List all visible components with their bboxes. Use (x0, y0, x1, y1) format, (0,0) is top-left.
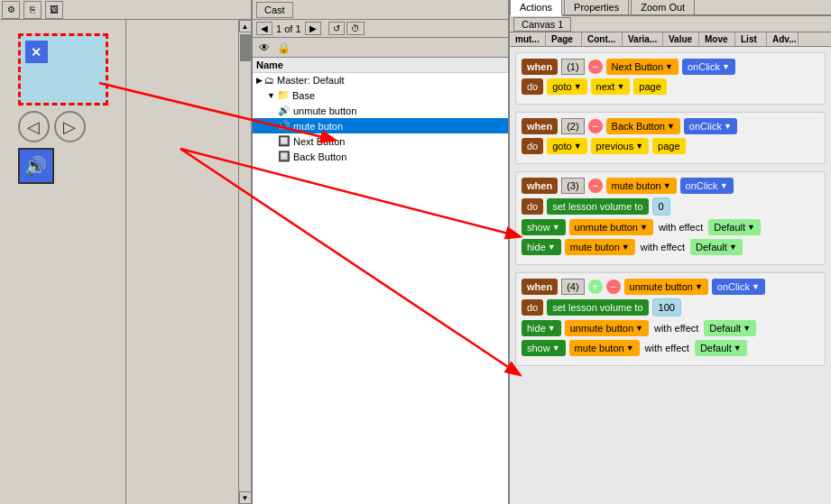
do-label-1: do (522, 78, 543, 95)
hide-button-4[interactable]: unmute button ▼ (565, 320, 649, 336)
left-toolbar: ⚙ ⎘ 🖼 (0, 0, 251, 20)
col-mut[interactable]: mut... (510, 32, 546, 46)
image-icon[interactable]: 🖼 (45, 1, 63, 19)
dropdown-arrow: ▼ (729, 243, 737, 252)
scroll-thumb[interactable] (240, 34, 251, 61)
dropdown-arrow: ▼ (752, 282, 760, 291)
dropdown-arrow: ▼ (574, 82, 582, 91)
minus-btn-1[interactable]: − (588, 60, 603, 74)
hide-btn-4[interactable]: hide ▼ (522, 320, 561, 336)
when-label-1: when (522, 59, 558, 75)
goto-btn-1[interactable]: goto ▼ (547, 78, 586, 95)
tab-actions[interactable]: Actions (510, 0, 562, 16)
block-row-do-4c: show ▼ mute buton ▼ with effect Default … (522, 340, 819, 356)
tree-item-base[interactable]: ▼ 📁 Base (253, 87, 508, 103)
block-row-do-2: do goto ▼ previous ▼ page (522, 138, 819, 154)
block-row-do-4b: hide ▼ unmute button ▼ with effect Defau… (522, 320, 819, 336)
block-num-2: (2) (561, 118, 584, 134)
block-num-1: (1) (561, 59, 584, 75)
dropdown-arrow: ▼ (548, 324, 556, 333)
effect-label-4a: Default (709, 323, 741, 334)
col-move[interactable]: Move (699, 32, 735, 46)
hide-btn-3[interactable]: hide ▼ (522, 239, 561, 255)
dropdown-arrow: ▼ (552, 344, 560, 353)
tree-item-mute[interactable]: 🔊 mute buton (253, 118, 508, 133)
col-cont[interactable]: Cont... (582, 32, 623, 46)
minus-btn-3[interactable]: − (588, 179, 603, 193)
trigger-btn-1[interactable]: Next Button ▼ (606, 59, 679, 75)
base-label: Base (292, 90, 315, 101)
effect-btn-4a[interactable]: Default ▼ (704, 320, 756, 336)
tab-zoom-out[interactable]: Zoom Out (631, 0, 695, 14)
volume-value-4[interactable]: 100 (652, 298, 681, 316)
back-button-label: Back Button (293, 151, 346, 162)
show-btn-3[interactable]: show ▼ (522, 219, 566, 235)
scroll-up-btn[interactable]: ▲ (239, 20, 252, 32)
dropdown-arrow: ▼ (616, 82, 624, 91)
minus-btn-2[interactable]: − (588, 119, 603, 133)
scrollbar-v[interactable]: ▲ ▼ (238, 20, 251, 504)
copy-icon[interactable]: ⎘ (23, 1, 42, 19)
direction-btn-2[interactable]: previous ▼ (591, 138, 650, 154)
scroll-down-btn[interactable]: ▼ (239, 491, 252, 504)
expand-arrow: ▶ (256, 76, 263, 85)
trigger-btn-4-label: unmute button (630, 281, 693, 292)
tab-properties[interactable]: Properties (564, 0, 629, 14)
event-btn-1[interactable]: onClick ▼ (682, 59, 735, 75)
show-button-3[interactable]: unmute button ▼ (569, 219, 653, 235)
page-label-1: page (633, 78, 666, 95)
gear-icon[interactable]: ⚙ (2, 1, 20, 19)
trigger-btn-2-label: Back Button (612, 121, 665, 132)
col-list[interactable]: List (735, 32, 767, 46)
event-btn-2[interactable]: onClick ▼ (684, 118, 737, 134)
effect-btn-4b[interactable]: Default ▼ (695, 340, 747, 356)
minus-btn-4[interactable]: − (606, 279, 621, 294)
name-column-header: Name (256, 60, 283, 70)
tree-item-unmute[interactable]: 🔊 unmute button (253, 103, 508, 118)
next-page-btn[interactable]: ▶ (305, 22, 321, 35)
event-btn-3[interactable]: onClick ▼ (680, 178, 734, 194)
eye-icon[interactable]: 👁 (256, 40, 272, 56)
dropdown-arrow: ▼ (640, 223, 648, 232)
effect-label-3b: Default (696, 242, 727, 252)
block-row-when-2: when (2) − Back Button ▼ onClick ▼ (522, 118, 819, 134)
tree-header: Name (253, 58, 508, 73)
tree-item-master[interactable]: ▶ 🗂 Master: Default (253, 73, 508, 87)
trigger-btn-3[interactable]: mute buton ▼ (606, 178, 677, 194)
lock-icon[interactable]: 🔒 (275, 40, 291, 56)
block-row-do-3a: do set lesson volume to 0 (522, 197, 819, 215)
prev-arrow[interactable]: ◁ (18, 111, 50, 142)
event-btn-4[interactable]: onClick ▼ (712, 279, 765, 295)
event-label-1: onClick (688, 61, 720, 72)
goto-btn-2[interactable]: goto ▼ (547, 138, 586, 154)
show-button-4[interactable]: mute buton ▼ (569, 340, 640, 356)
next-arrow[interactable]: ▷ (54, 111, 86, 142)
tree-item-next[interactable]: 🔲 Next Button (253, 133, 508, 149)
effect-btn-3a[interactable]: Default ▼ (708, 219, 761, 235)
col-varia[interactable]: Varia... (623, 32, 663, 46)
tree-item-back[interactable]: 🔲 Back Button (253, 149, 508, 164)
trigger-btn-1-label: Next Button (612, 61, 663, 72)
effect-btn-3b[interactable]: Default ▼ (690, 239, 743, 255)
col-adv[interactable]: Adv... (767, 32, 799, 46)
block-row-do-1: do goto ▼ next ▼ page (522, 78, 819, 95)
tree-toolbar: 👁 🔒 (253, 38, 508, 58)
plus-btn-4[interactable]: + (588, 279, 603, 294)
prev-page-btn[interactable]: ◀ (256, 22, 272, 35)
refresh-btn[interactable]: ↺ (328, 22, 345, 35)
canvas-tab[interactable]: Canvas 1 (513, 17, 571, 32)
dropdown-arrow: ▼ (665, 62, 673, 71)
time-btn[interactable]: ⏱ (346, 22, 365, 35)
volume-value-3[interactable]: 0 (652, 197, 670, 215)
col-page[interactable]: Page (546, 32, 582, 46)
mute-label: mute buton (293, 121, 343, 132)
dropdown-arrow: ▼ (574, 142, 582, 151)
hide-button-3[interactable]: mute buton ▼ (565, 239, 635, 255)
sound-button[interactable]: 🔊 (18, 148, 54, 184)
trigger-btn-4[interactable]: unmute button ▼ (624, 279, 708, 295)
col-value[interactable]: Value (663, 32, 699, 46)
direction-btn-1[interactable]: next ▼ (591, 78, 631, 95)
cast-tab[interactable]: Cast (256, 2, 293, 18)
show-btn-4[interactable]: show ▼ (522, 340, 566, 356)
trigger-btn-2[interactable]: Back Button ▼ (606, 118, 680, 134)
